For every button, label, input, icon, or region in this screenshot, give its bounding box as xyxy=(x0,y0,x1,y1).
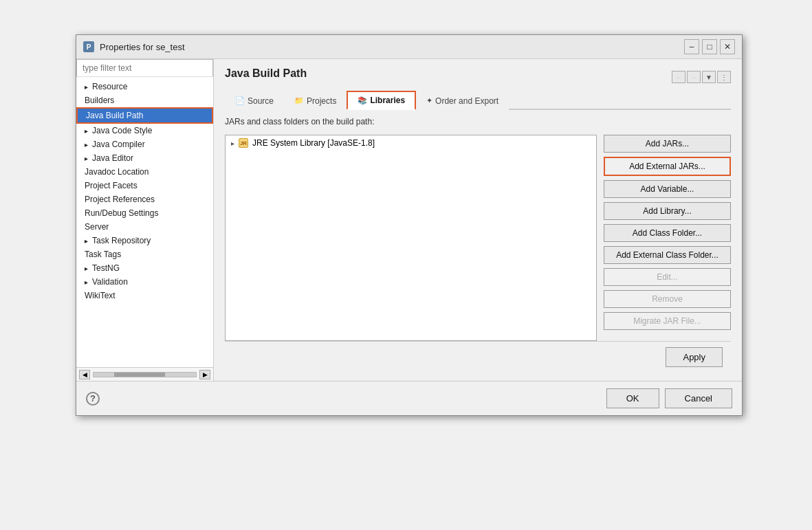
sidebar-item-task-tags[interactable]: Task Tags xyxy=(76,247,213,261)
edit-button[interactable]: Edit... xyxy=(604,268,731,286)
migrate-jar-button[interactable]: Migrate JAR File... xyxy=(604,312,731,330)
tab-source[interactable]: 📄 Source xyxy=(225,91,284,110)
sidebar-item-task-repository[interactable]: Task Repository xyxy=(76,234,213,247)
dialog-titlebar: P Properties for se_test – □ ✕ xyxy=(76,35,742,59)
tab-source-label: Source xyxy=(248,96,274,106)
java-code-style-label: Java Code Style xyxy=(92,126,152,135)
dialog-title: Properties for se_test xyxy=(100,42,185,52)
add-jars-button[interactable]: Add JARs... xyxy=(604,135,731,153)
scroll-right-btn[interactable]: ▶ xyxy=(199,370,210,379)
jars-item-jre[interactable]: ▸ JR JRE System Library [JavaSE-1.8] xyxy=(226,135,596,151)
left-scroll-area: ◀ ▶ xyxy=(76,367,213,381)
tab-libraries[interactable]: 📚 Libraries xyxy=(347,91,416,110)
wikitext-label: WikiText xyxy=(85,291,116,300)
sidebar-item-java-editor[interactable]: Java Editor xyxy=(76,151,213,165)
nav-more-button[interactable]: ⋮ xyxy=(717,71,731,83)
scroll-left-btn[interactable]: ◀ xyxy=(79,370,90,379)
sidebar-item-run-debug[interactable]: Run/Debug Settings xyxy=(76,206,213,220)
add-class-folder-button[interactable]: Add Class Folder... xyxy=(604,224,731,242)
scroll-track xyxy=(93,372,197,377)
builders-label: Builders xyxy=(85,96,114,105)
remove-button[interactable]: Remove xyxy=(604,290,731,308)
java-editor-label: Java Editor xyxy=(92,153,133,163)
order-export-tab-icon: ✦ xyxy=(426,96,432,105)
scroll-thumb xyxy=(114,373,166,377)
jars-listbox[interactable]: ▸ JR JRE System Library [JavaSE-1.8] xyxy=(225,135,597,341)
nav-arrows: ← → ▼ ⋮ xyxy=(672,71,731,83)
tree-list: Resource Builders Java Build Path Java C… xyxy=(76,77,213,367)
libraries-tab-icon: 📚 xyxy=(358,96,367,105)
tab-projects-label: Projects xyxy=(307,96,336,106)
java-compiler-label: Java Compiler xyxy=(92,140,145,149)
jars-item-label: JRE System Library [JavaSE-1.8] xyxy=(252,138,375,148)
footer-right: OK Cancel xyxy=(606,388,732,408)
run-debug-label: Run/Debug Settings xyxy=(85,208,158,218)
dialog-body: Resource Builders Java Build Path Java C… xyxy=(76,59,742,381)
tab-order-export[interactable]: ✦ Order and Export xyxy=(416,91,509,110)
close-button[interactable]: ✕ xyxy=(720,39,735,54)
ok-button[interactable]: OK xyxy=(606,388,659,408)
content-area: JARs and class folders on the build path… xyxy=(225,117,731,341)
right-nav: Java Build Path ← → ▼ ⋮ xyxy=(225,67,731,87)
panel-title: Java Build Path xyxy=(225,67,307,80)
resource-label: Resource xyxy=(92,82,127,91)
help-button[interactable]: ? xyxy=(86,392,100,406)
sidebar-item-resource[interactable]: Resource xyxy=(76,80,213,93)
filter-input[interactable] xyxy=(76,59,213,77)
properties-dialog: P Properties for se_test – □ ✕ Resource … xyxy=(76,34,743,416)
titlebar-left: P Properties for se_test xyxy=(83,41,185,52)
javadoc-location-label: Javadoc Location xyxy=(85,167,149,177)
tab-order-export-label: Order and Export xyxy=(435,96,498,106)
project-references-label: Project References xyxy=(85,195,155,204)
task-tags-label: Task Tags xyxy=(85,250,121,259)
tab-libraries-label: Libraries xyxy=(370,96,405,105)
sidebar-item-project-facets[interactable]: Project Facets xyxy=(76,179,213,192)
java-build-path-label: Java Build Path xyxy=(86,111,143,120)
sidebar-item-validation[interactable]: Validation xyxy=(76,275,213,289)
buttons-panel: Add JARs... Add External JARs... Add Var… xyxy=(604,135,731,341)
add-external-class-folder-button[interactable]: Add External Class Folder... xyxy=(604,246,731,264)
tab-projects[interactable]: 📁 Projects xyxy=(284,91,347,110)
apply-bar: Apply xyxy=(225,341,731,373)
projects-tab-icon: 📁 xyxy=(294,96,304,105)
nav-back-button[interactable]: ← xyxy=(672,71,685,83)
sidebar-item-project-references[interactable]: Project References xyxy=(76,192,213,206)
validation-label: Validation xyxy=(92,277,128,287)
main-content: ▸ JR JRE System Library [JavaSE-1.8] Add… xyxy=(225,135,731,341)
add-variable-button[interactable]: Add Variable... xyxy=(604,180,731,198)
add-external-jars-button[interactable]: Add External JARs... xyxy=(604,157,731,176)
server-label: Server xyxy=(85,222,109,232)
sidebar-item-wikitext[interactable]: WikiText xyxy=(76,289,213,302)
sidebar-item-java-code-style[interactable]: Java Code Style xyxy=(76,124,213,137)
apply-button[interactable]: Apply xyxy=(666,347,723,367)
right-panel: Java Build Path ← → ▼ ⋮ 📄 Source 📁 Proje… xyxy=(214,59,742,381)
jars-item-icon: JR xyxy=(239,138,248,148)
sidebar-item-javadoc-location[interactable]: Javadoc Location xyxy=(76,165,213,179)
nav-dropdown-button[interactable]: ▼ xyxy=(702,71,716,83)
testng-label: TestNG xyxy=(92,263,120,273)
sidebar-item-java-build-path[interactable]: Java Build Path xyxy=(76,107,213,124)
source-tab-icon: 📄 xyxy=(235,96,245,105)
nav-forward-button[interactable]: → xyxy=(687,71,701,83)
footer-left: ? xyxy=(86,392,100,406)
add-library-button[interactable]: Add Library... xyxy=(604,202,731,220)
window-controls: – □ ✕ xyxy=(684,39,735,54)
content-description: JARs and class folders on the build path… xyxy=(225,117,731,126)
task-repository-label: Task Repository xyxy=(92,236,151,245)
dialog-icon: P xyxy=(83,41,94,52)
sidebar-item-testng[interactable]: TestNG xyxy=(76,261,213,275)
minimize-button[interactable]: – xyxy=(684,39,699,54)
project-facets-label: Project Facets xyxy=(85,181,138,190)
maximize-button[interactable]: □ xyxy=(702,39,717,54)
cancel-button[interactable]: Cancel xyxy=(665,388,732,408)
dialog-footer: ? OK Cancel xyxy=(76,381,742,415)
jars-expand-arrow: ▸ xyxy=(231,140,234,147)
sidebar-item-server[interactable]: Server xyxy=(76,220,213,234)
sidebar-item-java-compiler[interactable]: Java Compiler xyxy=(76,137,213,151)
tabs-container: 📄 Source 📁 Projects 📚 Libraries ✦ Order … xyxy=(225,89,731,110)
left-panel: Resource Builders Java Build Path Java C… xyxy=(76,59,214,381)
sidebar-item-builders[interactable]: Builders xyxy=(76,93,213,107)
